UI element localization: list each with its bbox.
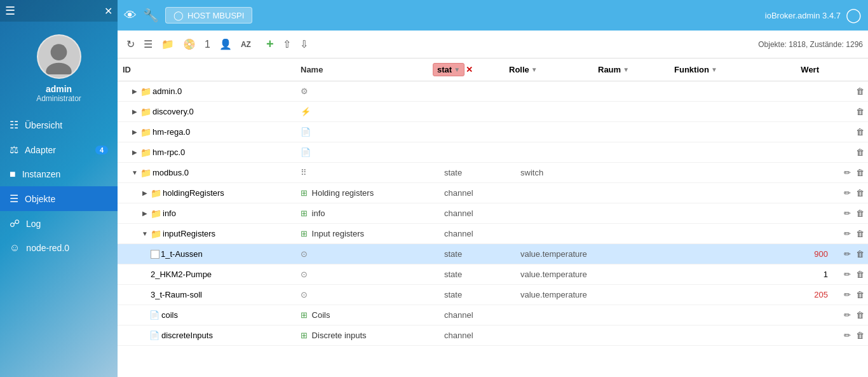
row-id-modbus: ▼ 📁 modbus.0 [118, 168, 295, 178]
expand-all-button[interactable]: 📁 [158, 36, 178, 53]
row-name-holding: ⊞ Holding registers [295, 188, 439, 198]
delete-admin-button[interactable]: 🗑 [855, 85, 865, 97]
sidebar-item-label: Übersicht [25, 120, 108, 130]
expand-discovery[interactable]: ▶ [130, 108, 139, 115]
delete-hmrega-button[interactable]: 🗑 [855, 126, 865, 138]
sidebar-item-instanzen[interactable]: ■ Instanzen [0, 162, 118, 186]
checkbox-taussen[interactable] [151, 250, 159, 259]
sidebar-item-uebersicht[interactable]: ☷ Übersicht [0, 113, 118, 137]
edit-inputreg-button[interactable]: ✏ [843, 228, 852, 240]
table-row: ▼ 📁 inputRegisters ⊞ Input registers cha… [118, 224, 868, 244]
collapse-all-button[interactable]: 📀 [179, 36, 200, 53]
sidebar-item-node-red[interactable]: ☺ node-red.0 [0, 236, 118, 260]
close-icon[interactable]: ✕ [104, 5, 112, 17]
edit-trauma-button[interactable]: ✏ [843, 289, 852, 301]
sort-az-button[interactable]: AZ [237, 38, 255, 51]
delete-coils-button[interactable]: 🗑 [855, 309, 865, 321]
host-label: HOST MBUSPI [187, 11, 244, 20]
expand-modbus[interactable]: ▼ [130, 169, 139, 176]
state-filter-clear[interactable]: ✕ [466, 65, 473, 74]
col-header-name: Name [295, 65, 430, 74]
host-button[interactable]: ◯ HOST MBUSPI [165, 7, 252, 24]
sidebar-item-log[interactable]: ☍ Log [0, 211, 118, 236]
row-id-admin: ▶ 📁 admin.0 [118, 86, 295, 97]
room-dropdown-icon[interactable]: ▼ [623, 66, 629, 73]
row-name-modbus: ⠿ [295, 168, 439, 177]
row-name-discovery: ⚡ [295, 107, 439, 116]
delete-discovery-button[interactable]: 🗑 [855, 106, 865, 118]
channel-icon: ⊞ [301, 331, 308, 340]
edit-hkm2-button[interactable]: ✏ [843, 268, 852, 280]
upload-button[interactable]: ⇧ [279, 36, 295, 53]
table-row: 1_t-Aussen ⊙ state value.temperature 900… [118, 244, 868, 264]
sidebar-item-objekte[interactable]: ☰ Objekte [0, 186, 118, 211]
edit-taussen-button[interactable]: ✏ [843, 248, 852, 260]
col-header-room: Raum ▼ [595, 65, 672, 74]
delete-hmrpc-button[interactable]: 🗑 [855, 146, 865, 158]
row-state-info: channel [439, 209, 515, 218]
add-button[interactable]: + [262, 34, 278, 54]
main-area: 👁 🔧 ◯ HOST MBUSPI ioBroker.admin 3.4.7 ◯… [118, 0, 868, 377]
delete-trauma-button[interactable]: 🗑 [855, 289, 865, 301]
expand-holding[interactable]: ▶ [140, 189, 149, 196]
col-header-state: stat ▼ ✕ [430, 63, 506, 76]
eye-icon[interactable]: 👁 [124, 8, 137, 23]
topbar: 👁 🔧 ◯ HOST MBUSPI ioBroker.admin 3.4.7 ◯ [118, 0, 868, 31]
table-row: ▶ 📁 holdingRegisters ⊞ Holding registers… [118, 183, 868, 203]
row-state-trauma: state [439, 290, 515, 299]
state-icon: ⊙ [301, 290, 308, 299]
delete-holding-button[interactable]: 🗑 [855, 187, 865, 199]
wrench-icon[interactable]: 🔧 [143, 8, 159, 23]
row-role-modbus: switch [515, 168, 604, 177]
delete-info-button[interactable]: 🗑 [855, 207, 865, 219]
state-filter-button[interactable]: stat ▼ [433, 63, 465, 76]
table-row: ▶ 📁 info ⊞ info channel ✏ 🗑 [118, 203, 868, 224]
role-dropdown-icon[interactable]: ▼ [531, 66, 538, 73]
table-row: ▶ 📁 hm-rega.0 📄 🗑 [118, 122, 868, 142]
log-icon: ☍ [10, 217, 20, 230]
table-row: ▼ 📁 modbus.0 ⠿ state switch ✏ 🗑 [118, 163, 868, 183]
list-button[interactable]: ☰ [140, 36, 156, 53]
download-button[interactable]: ⇩ [296, 36, 312, 53]
row-state-inputreg: channel [439, 229, 515, 238]
delete-modbus-button[interactable]: 🗑 [855, 167, 865, 179]
power-btn-icon[interactable]: ◯ [846, 7, 862, 24]
col-header-id: ID [118, 65, 295, 74]
table-header: ID Name stat ▼ ✕ Rolle ▼ Raum ▼ Funk [118, 58, 868, 81]
expand-info[interactable]: ▶ [140, 210, 149, 217]
edit-modbus-button[interactable]: ✏ [843, 167, 852, 179]
row-id-hmrpc: ▶ 📁 hm-rpc.0 [118, 147, 295, 158]
expand-hmrega[interactable]: ▶ [130, 128, 139, 135]
delete-taussen-button[interactable]: 🗑 [855, 248, 865, 260]
user-filter-button[interactable]: 👤 [215, 36, 236, 53]
row-role-taussen: value.temperature [515, 249, 604, 259]
plug-icon: ⚡ [301, 107, 311, 116]
userrole: Administrator [36, 94, 81, 103]
hamburger-icon[interactable]: ☰ [5, 4, 15, 18]
row-name-hkm2: ⊙ [295, 270, 439, 279]
server-icon: ■ [10, 168, 16, 180]
sidebar-item-adapter[interactable]: ⚖ Adapter 4 [0, 137, 118, 162]
row-val-taussen: 900 [757, 249, 833, 259]
delete-discrete-button[interactable]: 🗑 [855, 329, 865, 341]
avatar [37, 34, 81, 79]
expand-admin[interactable]: ▶ [130, 88, 139, 95]
folder-icon: 📁 [151, 229, 161, 239]
delete-hkm2-button[interactable]: 🗑 [855, 268, 865, 280]
edit-info-button[interactable]: ✏ [843, 207, 852, 219]
refresh-button[interactable]: ↻ [123, 36, 139, 53]
edit-discrete-button[interactable]: ✏ [843, 329, 852, 341]
edit-coils-button[interactable]: ✏ [843, 309, 852, 321]
col-header-role: Rolle ▼ [506, 65, 595, 74]
table-row: ▶ 📁 discovery.0 ⚡ 🗑 [118, 102, 868, 122]
expand-hmrpc[interactable]: ▶ [130, 149, 139, 156]
expand-inputreg[interactable]: ▼ [140, 230, 149, 237]
folder-icon: 📁 [151, 188, 161, 198]
delete-inputreg-button[interactable]: 🗑 [855, 228, 865, 240]
func-dropdown-icon[interactable]: ▼ [711, 66, 717, 73]
toolbar: ↻ ☰ 📁 📀 1 👤 AZ + ⇧ ⇩ Objekte: 1818, Zust… [118, 31, 868, 58]
edit-holding-button[interactable]: ✏ [843, 187, 852, 199]
row-id-discovery: ▶ 📁 discovery.0 [118, 107, 295, 117]
user-profile-area: admin Administrator [0, 22, 118, 113]
number-button[interactable]: 1 [201, 36, 214, 53]
